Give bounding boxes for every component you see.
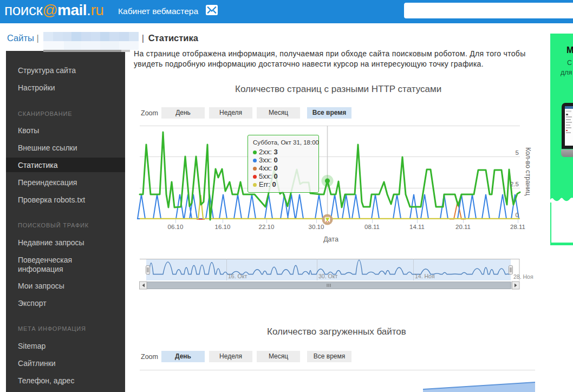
svg-text:Кол-во страниц: Кол-во страниц bbox=[524, 147, 532, 195]
svg-text:14.11: 14.11 bbox=[409, 224, 425, 230]
svg-text:2.5: 2.5 bbox=[510, 181, 519, 187]
svg-text:22.10: 22.10 bbox=[259, 224, 275, 230]
svg-text:20.11: 20.11 bbox=[455, 224, 471, 230]
svg-text:06.10: 06.10 bbox=[168, 224, 184, 230]
svg-text:30.10: 30.10 bbox=[309, 224, 324, 230]
svg-text:Дата: Дата bbox=[323, 236, 338, 243]
svg-text:08.11: 08.11 bbox=[364, 224, 380, 230]
svg-text:30. Окт: 30. Окт bbox=[318, 273, 337, 279]
svg-text:14. Ноя: 14. Ноя bbox=[415, 273, 435, 279]
svg-text:0: 0 bbox=[516, 212, 519, 218]
svg-text:16. Окт: 16. Окт bbox=[228, 273, 247, 279]
svg-text:5: 5 bbox=[516, 149, 519, 156]
svg-text:16.10: 16.10 bbox=[215, 224, 231, 230]
svg-text:28.11: 28.11 bbox=[510, 224, 525, 230]
svg-text:28. Ноя: 28. Ноя bbox=[513, 273, 533, 280]
